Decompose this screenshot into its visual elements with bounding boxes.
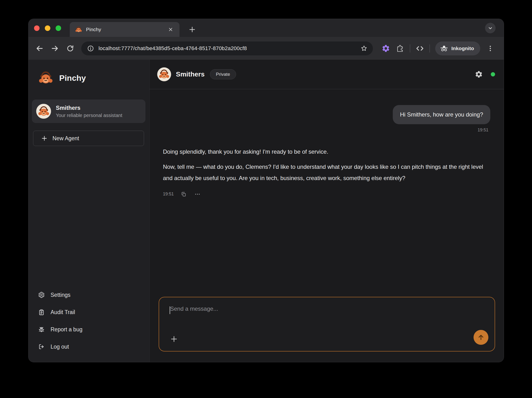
- tab-strip: Pinchy: [29, 19, 504, 37]
- new-agent-label: New Agent: [52, 135, 79, 142]
- pinchy-logo-icon: [38, 70, 53, 86]
- incognito-icon: [440, 44, 448, 52]
- tab-pinchy[interactable]: Pinchy: [70, 22, 179, 37]
- assistant-paragraph: Now, tell me — what do you do, Clemens? …: [163, 161, 485, 184]
- gear-icon: [38, 292, 45, 298]
- browser-menu-kebab-icon[interactable]: [485, 43, 496, 54]
- user-message: Hi Smithers, how are you doing?: [163, 105, 490, 124]
- online-status-dot: [491, 72, 495, 77]
- plus-icon: [41, 135, 48, 142]
- assistant-message-meta: 19:51: [163, 188, 485, 200]
- back-icon[interactable]: [32, 42, 47, 55]
- sidebar-item-smithers[interactable]: Smithers Your reliable personal assistan…: [32, 100, 146, 123]
- assistant-message-time: 19:51: [163, 188, 174, 200]
- sidebar-item-label: Report a bug: [51, 326, 82, 333]
- chat-settings-gear-icon[interactable]: [473, 69, 485, 80]
- agent-subtitle: Your reliable personal assistant: [56, 113, 122, 118]
- agent-avatar: [36, 104, 51, 119]
- close-window-button[interactable]: [34, 26, 39, 31]
- url-bar[interactable]: localhost:7777/chat/be4385d5-ceba-4764-8…: [81, 41, 373, 55]
- lobster-favicon: [75, 26, 82, 33]
- sidebar-item-logout[interactable]: Log out: [38, 340, 149, 353]
- sidebar-item-label: Audit Trail: [51, 309, 75, 315]
- browser-toolbar: localhost:7777/chat/be4385d5-ceba-4764-8…: [29, 37, 504, 60]
- agent-name: Smithers: [56, 104, 122, 111]
- minimize-window-button[interactable]: [45, 26, 50, 31]
- chat-title: Smithers: [176, 71, 205, 78]
- sidebar-item-label: Log out: [51, 344, 69, 350]
- site-info-icon[interactable]: [87, 45, 94, 52]
- sidebar-item-settings[interactable]: Settings: [38, 288, 149, 302]
- maximize-window-button[interactable]: [56, 26, 61, 31]
- copy-icon[interactable]: [179, 190, 188, 198]
- user-message-bubble: Hi Smithers, how are you doing?: [393, 105, 490, 124]
- tab-close-icon[interactable]: [166, 26, 175, 33]
- assistant-message: Doing splendidly, thank you for asking! …: [163, 146, 490, 200]
- new-tab-button[interactable]: [187, 24, 198, 35]
- message-list: Hi Smithers, how are you doing? 19:51 Do…: [150, 89, 504, 297]
- url-text[interactable]: localhost:7777/chat/be4385d5-ceba-4764-8…: [99, 45, 361, 51]
- assistant-paragraph: Doing splendidly, thank you for asking! …: [163, 146, 485, 157]
- attach-plus-icon[interactable]: [168, 333, 180, 345]
- app-brand: Pinchy: [29, 60, 149, 86]
- reload-icon[interactable]: [63, 42, 78, 55]
- incognito-label: Inkognito: [451, 45, 474, 51]
- message-composer: [159, 297, 495, 352]
- user-message-time: 19:51: [163, 128, 490, 133]
- bookmark-star-icon[interactable]: [361, 45, 367, 52]
- browser-window: Pinchy: [28, 19, 504, 362]
- bug-icon: [38, 326, 45, 333]
- toolbar-divider: [410, 44, 410, 52]
- chat-pane: Smithers Private Hi Smithers, how are yo…: [150, 60, 504, 362]
- devtools-code-icon[interactable]: [414, 43, 426, 54]
- clipboard-icon: [38, 309, 45, 315]
- tab-search-chevron-icon[interactable]: [485, 23, 496, 33]
- tab-title: Pinchy: [86, 27, 101, 32]
- sidebar-item-report-bug[interactable]: Report a bug: [38, 323, 149, 336]
- extension-gear-icon[interactable]: [380, 43, 392, 54]
- logout-icon: [38, 343, 45, 350]
- incognito-badge[interactable]: Inkognito: [435, 41, 480, 55]
- app-title: Pinchy: [59, 73, 86, 83]
- send-button[interactable]: [474, 330, 488, 345]
- message-input[interactable]: [170, 305, 484, 329]
- page-content: Pinchy: [29, 60, 504, 362]
- sidebar-item-audit-trail[interactable]: Audit Trail: [38, 305, 149, 319]
- privacy-badge: Private: [210, 69, 236, 79]
- forward-icon[interactable]: [47, 42, 63, 55]
- chat-agent-avatar: [157, 67, 171, 81]
- chat-header: Smithers Private: [150, 60, 504, 89]
- extensions-puzzle-icon[interactable]: [394, 43, 406, 54]
- toolbar-divider: [430, 44, 430, 52]
- desktop-background: Pinchy: [0, 0, 532, 398]
- sidebar-item-label: Settings: [51, 292, 70, 298]
- new-agent-button[interactable]: New Agent: [33, 131, 144, 146]
- traffic-lights: [34, 26, 61, 31]
- sidebar: Pinchy: [29, 60, 150, 362]
- sidebar-menu: Settings Audit Trail Report a bug: [29, 288, 149, 362]
- more-options-ellipsis-icon[interactable]: [193, 190, 202, 198]
